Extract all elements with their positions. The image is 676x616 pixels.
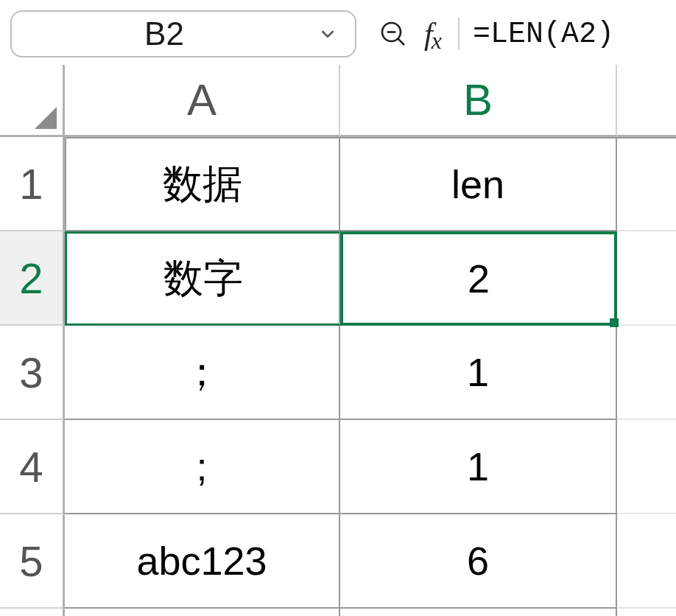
cell-b5[interactable]: 6 <box>340 514 617 609</box>
row-header-1[interactable]: 1 <box>0 137 65 231</box>
formula-area: fx =LEN(A2) <box>374 10 614 57</box>
cell-a6[interactable] <box>65 609 340 616</box>
row-header-6[interactable] <box>0 609 65 616</box>
formula-input[interactable]: =LEN(A2) <box>473 18 614 51</box>
column-header-c[interactable] <box>617 65 676 137</box>
cell-b2[interactable]: 2 <box>340 231 617 326</box>
cell-b6[interactable] <box>340 609 617 616</box>
row-1: 1 数据 len <box>0 137 676 231</box>
cell-a4[interactable]: ; <box>65 420 340 514</box>
row-header-3[interactable]: 3 <box>0 326 65 420</box>
row-6 <box>0 609 676 616</box>
formula-bar: B2 fx =LEN(A2) <box>0 0 676 65</box>
select-all-corner[interactable] <box>0 65 65 137</box>
row-4: 4 ; 1 <box>0 420 676 514</box>
cell-b3[interactable]: 1 <box>340 326 617 420</box>
column-header-a[interactable]: A <box>65 65 340 137</box>
cell-c1[interactable] <box>617 137 676 231</box>
row-2: 2 数字 2 <box>0 231 676 326</box>
cell-a5[interactable]: abc123 <box>65 514 340 609</box>
separator <box>458 18 460 50</box>
cell-a3[interactable]: ； <box>65 326 340 420</box>
svg-line-1 <box>398 39 404 45</box>
cell-reference: B2 <box>12 15 317 52</box>
spreadsheet-grid: A B 1 数据 len 2 数字 2 3 ； 1 4 ; 1 5 abc123… <box>0 65 676 616</box>
cell-c6[interactable] <box>617 609 676 616</box>
fx-icon[interactable]: fx <box>421 16 445 52</box>
row-3: 3 ； 1 <box>0 326 676 420</box>
cell-c5[interactable] <box>617 514 676 609</box>
cell-c2[interactable] <box>617 231 676 326</box>
row-5: 5 abc123 6 <box>0 514 676 609</box>
cell-a1[interactable]: 数据 <box>65 137 340 231</box>
column-header-row: A B <box>0 65 676 137</box>
cell-c4[interactable] <box>617 420 676 514</box>
column-header-b[interactable]: B <box>340 65 617 137</box>
cell-b4[interactable]: 1 <box>340 420 617 514</box>
chevron-down-icon[interactable] <box>317 23 339 45</box>
name-box[interactable]: B2 <box>10 10 356 57</box>
row-header-4[interactable]: 4 <box>0 420 65 514</box>
row-header-2[interactable]: 2 <box>0 231 65 326</box>
zoom-out-icon[interactable] <box>374 19 412 49</box>
row-header-5[interactable]: 5 <box>0 514 65 609</box>
cell-a2[interactable]: 数字 <box>65 231 340 326</box>
cell-b1[interactable]: len <box>340 137 617 231</box>
cell-c3[interactable] <box>617 326 676 420</box>
select-all-triangle-icon <box>35 107 57 129</box>
